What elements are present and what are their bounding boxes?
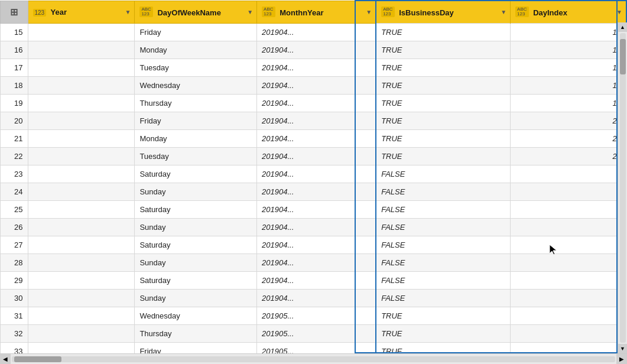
month-cell: 201904... [257,129,376,147]
year-cell [28,94,135,112]
dayindex-cell: 6 [511,254,626,271]
scroll-right-button[interactable]: ▶ [616,354,627,365]
month-cell: 201904... [257,165,376,183]
col-header-isbiz[interactable]: ABC123 IsBusinessDay ▼ [376,1,510,23]
col-header-dow[interactable]: ABC123 DayOfWeekName ▼ [135,1,257,23]
dayindex-cell: 16 [511,41,626,58]
isbiz-cell: FALSE [376,200,510,218]
dow-cell: Saturday [135,200,257,218]
year-cell [28,200,135,218]
month-cell: 201904... [257,271,376,289]
dow-cell: Thursday [135,324,257,342]
year-cell [28,307,135,324]
month-cell: 201904... [257,183,376,200]
month-cell: 201904... [257,200,376,218]
isbiz-cell: TRUE [376,147,510,165]
table-row: 27Saturday201904...FALSE5 [1,236,627,254]
row-number-cell: 15 [1,23,28,41]
table-row: 31Wednesday201905...TRUE1 [1,307,627,324]
table-row: 26Sunday201904...FALSE4 [1,218,627,236]
table-row: 23Saturday201904...FALSE1 [1,165,627,183]
table-row: 18Wednesday201904...TRUE18 [1,76,627,94]
year-cell [28,236,135,254]
table-row: 32Thursday201905...TRUE2 [1,324,627,342]
dayindex-cell: 18 [511,76,626,94]
year-cell [28,58,135,76]
dow-cell: Friday [135,23,257,41]
year-cell [28,271,135,289]
row-number-cell: 29 [1,271,28,289]
row-number-cell: 27 [1,236,28,254]
month-cell: 201905... [257,324,376,342]
year-cell [28,23,135,41]
year-cell [28,165,135,183]
table-row: 21Monday201904...TRUE21 [1,129,627,147]
row-number-cell: 24 [1,183,28,200]
dayindex-dropdown-arrow[interactable]: ▼ [616,9,622,15]
dayindex-cell: 19 [511,94,626,112]
col-header-month[interactable]: ABC123 MonthnYear ▼ [257,1,376,23]
col-month-label: MonthnYear [280,8,323,17]
row-number-cell: 21 [1,129,28,147]
row-number-cell: 19 [1,94,28,112]
table-row: 17Tuesday201904...TRUE17 [1,58,627,76]
vertical-scroll-track[interactable] [620,33,626,343]
row-number-cell: 32 [1,324,28,342]
table-row: 22Tuesday201904...TRUE22 [1,147,627,165]
row-number-cell: 28 [1,254,28,271]
dayindex-cell: 15 [511,23,626,41]
month-cell: 201904... [257,76,376,94]
dow-cell: Sunday [135,183,257,200]
year-cell [28,183,135,200]
month-cell: 201904... [257,112,376,129]
row-number-cell: 18 [1,76,28,94]
dow-cell: Sunday [135,218,257,236]
dow-cell: Tuesday [135,58,257,76]
dayindex-cell: 20 [511,112,626,129]
isbiz-cell: FALSE [376,236,510,254]
row-number-cell: 30 [1,289,28,307]
isbiz-dropdown-arrow[interactable]: ▼ [501,9,506,15]
scroll-up-button[interactable]: ▲ [618,22,628,32]
col-isbiz-label: IsBusinessDay [399,8,454,17]
month-dropdown-arrow[interactable]: ▼ [366,9,372,15]
scroll-down-button[interactable]: ▼ [618,344,628,353]
dow-dropdown-arrow[interactable]: ▼ [247,9,253,15]
row-number-cell: 31 [1,307,28,324]
dow-cell: Saturday [135,236,257,254]
col-year-label: Year [51,8,67,17]
dow-col-icon: ABC123 [139,6,152,17]
col-header-dayindex[interactable]: ABC123 DayIndex ▼ [511,1,626,23]
table-row: 29Saturday201904...FALSE7 [1,271,627,289]
table-row: 20Friday201904...TRUE20 [1,112,627,129]
isbiz-cell: TRUE [376,76,510,94]
month-cell: 201904... [257,147,376,165]
year-col-icon: 123 [33,9,47,17]
row-number-cell: 22 [1,147,28,165]
dow-cell: Sunday [135,254,257,271]
year-cell [28,147,135,165]
year-dropdown-arrow[interactable]: ▼ [125,9,131,15]
row-number-cell: 25 [1,200,28,218]
year-cell [28,324,135,342]
row-number-cell: 23 [1,165,28,183]
row-number-cell: 20 [1,112,28,129]
dow-cell: Wednesday [135,76,257,94]
row-number-cell: 17 [1,58,28,76]
dow-cell: Sunday [135,289,257,307]
month-cell: 201904... [257,58,376,76]
dow-cell: Tuesday [135,147,257,165]
scroll-left-button[interactable]: ◀ [0,354,11,365]
isbiz-cell: TRUE [376,23,510,41]
col-header-year[interactable]: 123 Year ▼ [28,1,135,23]
table-row: 19Thursday201904...TRUE19 [1,94,627,112]
vertical-scroll-thumb[interactable] [620,39,626,74]
isbiz-cell: TRUE [376,41,510,58]
vertical-scrollbar[interactable]: ▲ ▼ [618,22,627,353]
isbiz-cell: TRUE [376,94,510,112]
horizontal-scroll-track[interactable] [12,356,615,362]
horizontal-scroll-thumb[interactable] [14,356,61,362]
isbiz-cell: TRUE [376,58,510,76]
horizontal-scrollbar[interactable]: ◀ ▶ [0,353,627,364]
year-cell [28,289,135,307]
